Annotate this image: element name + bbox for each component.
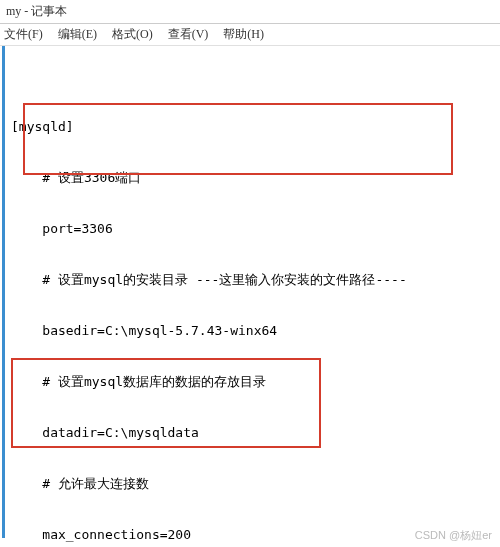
config-line: # 设置mysql的安装目录 ---这里输入你安装的文件路径---- [11, 271, 494, 288]
window-title-bar: my - 记事本 [0, 0, 500, 24]
config-line: basedir=C:\mysql-5.7.43-winx64 [11, 322, 494, 339]
config-line: # 设置3306端口 [11, 169, 494, 186]
config-line: port=3306 [11, 220, 494, 237]
window-title: my - 记事本 [6, 4, 67, 18]
menu-view[interactable]: 查看(V) [168, 27, 209, 41]
menu-help[interactable]: 帮助(H) [223, 27, 264, 41]
menu-file[interactable]: 文件(F) [4, 27, 43, 41]
highlight-box-install-dir [23, 103, 453, 175]
menu-format[interactable]: 格式(O) [112, 27, 153, 41]
watermark: CSDN @杨妞er [415, 528, 492, 543]
config-line: [mysqld] [11, 118, 494, 135]
menu-edit[interactable]: 编辑(E) [58, 27, 97, 41]
config-line: datadir=C:\mysqldata [11, 424, 494, 441]
config-line: # 设置mysql数据库的数据的存放目录 [11, 373, 494, 390]
menu-bar: 文件(F) 编辑(E) 格式(O) 查看(V) 帮助(H) [0, 24, 500, 46]
config-line: # 允许最大连接数 [11, 475, 494, 492]
text-editor-area[interactable]: [mysqld] # 设置3306端口 port=3306 # 设置mysql的… [2, 46, 500, 538]
